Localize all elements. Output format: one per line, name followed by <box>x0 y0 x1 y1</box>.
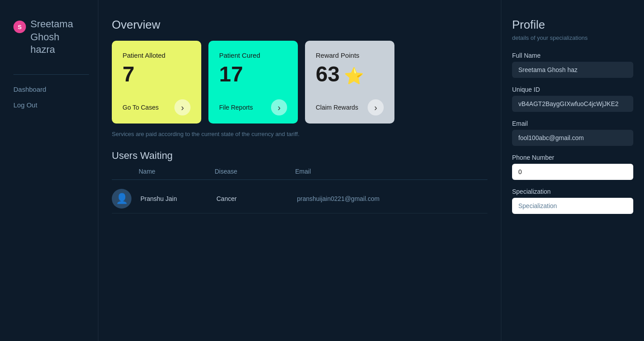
users-waiting-title: Users Waiting <box>112 150 487 162</box>
overview-title: Overview <box>112 18 487 32</box>
profile-field-email-label: Email <box>512 120 633 127</box>
card-reward-points-label: Reward Points <box>316 51 384 59</box>
profile-panel: Profile details of your specializations … <box>501 0 644 341</box>
overview-note: Services are paid according to the curre… <box>112 131 487 137</box>
row-disease: Cancer <box>216 195 288 202</box>
card-reward-points-number: 63 <box>316 64 339 85</box>
table-header: Name Disease Email <box>112 168 487 180</box>
sidebar-username: Sreetama Ghosh hazra <box>30 18 73 56</box>
card-reward-points-footer-label: Claim Rewards <box>316 104 358 111</box>
profile-input-uniqueid[interactable] <box>512 96 633 112</box>
card-patient-alloted-btn[interactable] <box>174 99 191 115</box>
profile-field-uniqueid-label: Unique ID <box>512 86 633 93</box>
card-patient-alloted-footer: Go To Cases <box>123 92 191 115</box>
card-reward-points-number-row: 63 ⭐ <box>316 64 384 89</box>
table-row: 👤 Pranshu Jain Cancer pranshuijain0221@g… <box>112 184 487 213</box>
sidebar: S Sreetama Ghosh hazra Dashboard Log Out <box>0 0 98 341</box>
star-icon: ⭐ <box>344 67 364 85</box>
card-patient-alloted: Patient Alloted 7 Go To Cases <box>112 41 201 124</box>
profile-field-fullname: Full Name <box>512 52 633 78</box>
card-patient-alloted-number: 7 <box>123 64 191 85</box>
profile-input-email[interactable] <box>512 130 633 146</box>
row-name: Pranshu Jain <box>140 195 208 202</box>
card-reward-points-footer: Claim Rewards <box>316 92 384 115</box>
card-patient-cured-footer-label: File Reports <box>219 104 253 111</box>
sidebar-item-dashboard[interactable]: Dashboard <box>13 84 89 95</box>
card-reward-points: Reward Points 63 ⭐ Claim Rewards <box>305 41 394 124</box>
card-patient-cured: Patient Cured 17 File Reports <box>208 41 298 124</box>
card-patient-cured-btn[interactable] <box>271 99 287 115</box>
card-patient-alloted-footer-label: Go To Cases <box>123 104 159 111</box>
profile-field-uniqueid: Unique ID <box>512 86 633 112</box>
profile-field-email: Email <box>512 120 633 146</box>
profile-input-phone[interactable] <box>512 164 633 180</box>
card-patient-cured-label: Patient Cured <box>219 51 287 59</box>
profile-title: Profile <box>512 18 633 32</box>
card-patient-cured-number: 17 <box>219 64 287 85</box>
avatar: S <box>13 21 26 33</box>
table-col-disease: Disease <box>215 168 286 175</box>
profile-field-phone-label: Phone Number <box>512 154 633 161</box>
sidebar-nav: Dashboard Log Out <box>13 84 89 111</box>
row-avatar: 👤 <box>112 189 131 209</box>
profile-subtitle: details of your specializations <box>512 34 633 41</box>
card-reward-points-btn[interactable] <box>368 99 384 115</box>
profile-field-phone: Phone Number <box>512 154 633 180</box>
row-email: pranshuijain0221@gmail.com <box>297 195 487 202</box>
card-patient-alloted-label: Patient Alloted <box>123 51 191 59</box>
user-avatar-icon: 👤 <box>116 193 128 205</box>
profile-field-fullname-label: Full Name <box>512 52 633 59</box>
sidebar-divider <box>13 74 89 75</box>
profile-input-fullname[interactable] <box>512 62 633 78</box>
sidebar-item-logout[interactable]: Log Out <box>13 99 89 111</box>
main-content: Overview Patient Alloted 7 Go To Cases P… <box>98 0 501 341</box>
cards-row: Patient Alloted 7 Go To Cases Patient Cu… <box>112 41 487 124</box>
profile-field-specialization: Specialization <box>512 188 633 214</box>
table-col-name: Name <box>139 168 206 175</box>
card-patient-cured-footer: File Reports <box>219 92 287 115</box>
profile-input-specialization[interactable] <box>512 198 633 214</box>
table-col-email: Email <box>295 168 487 175</box>
profile-field-specialization-label: Specialization <box>512 188 633 195</box>
sidebar-profile: S Sreetama Ghosh hazra <box>13 18 89 56</box>
